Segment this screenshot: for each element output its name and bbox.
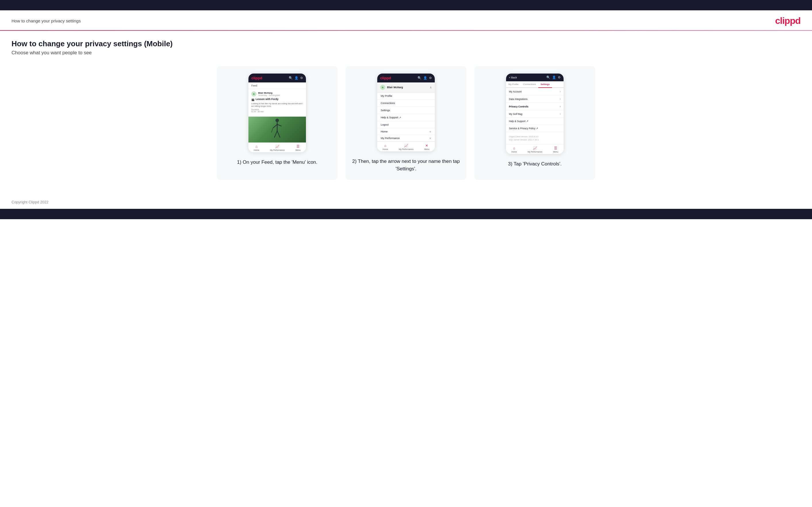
home-icon-3: ⌂ bbox=[513, 146, 515, 150]
steps-row: clippd 🔍 👤 ⚙ Feed B Blair McHarg bbox=[11, 66, 801, 180]
page-subheading: Choose what you want people to see bbox=[11, 50, 801, 56]
my-golf-bag-label: My Golf Bag bbox=[509, 113, 522, 115]
menu-section-performance[interactable]: My Performance ∨ bbox=[377, 135, 435, 142]
clippd-logo: clippd bbox=[775, 15, 801, 26]
privacy-controls-label: Privacy Controls bbox=[509, 105, 528, 108]
settings-item-my-account[interactable]: My Account › bbox=[506, 88, 564, 95]
data-integrations-chevron: › bbox=[560, 97, 561, 101]
settings-icon-2: ⚙ bbox=[429, 76, 432, 80]
tab-settings[interactable]: Settings bbox=[538, 81, 552, 88]
section-home-arrow: ∨ bbox=[429, 130, 431, 133]
home-icon-2: ⌂ bbox=[384, 144, 386, 148]
settings-item-help-support[interactable]: Help & Support ↗ bbox=[506, 118, 564, 125]
search-icon-2: 🔍 bbox=[417, 76, 421, 80]
lesson-title: Lesson with Fordy bbox=[256, 98, 278, 101]
bottom-bar bbox=[0, 209, 812, 219]
phone-back-nav: < Back 🔍 👤 ⚙ bbox=[506, 73, 564, 81]
close-icon-2: ✕ bbox=[425, 144, 428, 148]
post-avatar: B bbox=[251, 91, 256, 97]
phone-nav-1: clippd 🔍 👤 ⚙ bbox=[248, 73, 306, 82]
menu-item-my-profile[interactable]: My Profile bbox=[377, 93, 435, 100]
settings-icon: ⚙ bbox=[300, 76, 303, 80]
section-performance-arrow: ∨ bbox=[429, 137, 431, 139]
duration: Duration01 hr : 30 min bbox=[251, 109, 303, 113]
step-2-card: clippd 🔍 👤 ⚙ B Blair McHarg bbox=[346, 66, 466, 180]
menu-item-logout[interactable]: Logout bbox=[377, 121, 435, 128]
header: How to change your privacy settings clip… bbox=[0, 10, 812, 30]
section-home-label: Home bbox=[381, 130, 388, 133]
nav-performance-2: 📈 My Performance bbox=[399, 144, 413, 150]
home-label-2: Home bbox=[383, 148, 388, 150]
menu-user-row: B Blair McHarg ∧ bbox=[377, 82, 435, 93]
performance-label-1: My Performance bbox=[270, 149, 285, 151]
user-icon-2: 👤 bbox=[423, 76, 427, 80]
step-1-phone: clippd 🔍 👤 ⚙ Feed B Blair McHarg bbox=[248, 73, 306, 152]
nav-performance-3: 📈 My Performance bbox=[527, 146, 542, 153]
performance-icon-1: 📈 bbox=[275, 145, 280, 149]
phone-post: B Blair McHarg Yesterday · Sunningdale 🎬… bbox=[248, 89, 306, 117]
service-privacy-label: Service & Privacy Policy ↗ bbox=[509, 127, 538, 130]
golfer-silhouette bbox=[270, 118, 285, 141]
performance-label-3: My Performance bbox=[527, 151, 542, 153]
phone-nav-icons-2: 🔍 👤 ⚙ bbox=[417, 76, 432, 80]
performance-icon-3: 📈 bbox=[533, 146, 537, 150]
section-performance-label: My Performance bbox=[381, 137, 400, 139]
svg-line-3 bbox=[277, 124, 282, 126]
my-golf-bag-chevron: › bbox=[560, 112, 561, 115]
step-1-card: clippd 🔍 👤 ⚙ Feed B Blair McHarg bbox=[217, 66, 338, 180]
menu-label-2: Menu bbox=[424, 148, 429, 150]
privacy-controls-chevron: › bbox=[560, 105, 561, 108]
feed-label: Feed bbox=[248, 82, 306, 89]
post-user-row: B Blair McHarg Yesterday · Sunningdale bbox=[251, 91, 303, 97]
nav-menu-1: ☰ Menu bbox=[296, 145, 301, 151]
menu-section-home[interactable]: Home ∨ bbox=[377, 128, 435, 135]
menu-item-connections[interactable]: Connections bbox=[377, 100, 435, 107]
header-divider bbox=[0, 30, 812, 31]
top-bar bbox=[0, 0, 812, 10]
home-icon-1: ⌂ bbox=[255, 145, 257, 149]
phone-nav-2: clippd 🔍 👤 ⚙ bbox=[377, 73, 435, 82]
settings-item-service-privacy[interactable]: Service & Privacy Policy ↗ bbox=[506, 125, 564, 132]
menu-icon-3: ☰ bbox=[554, 146, 557, 150]
settings-item-data-integrations[interactable]: Data Integrations › bbox=[506, 95, 564, 103]
tab-connections[interactable]: Connections bbox=[521, 81, 538, 87]
svg-line-4 bbox=[274, 131, 277, 137]
user-icon-3: 👤 bbox=[552, 75, 556, 79]
settings-item-privacy-controls[interactable]: Privacy Controls › bbox=[506, 103, 564, 110]
search-icon-3: 🔍 bbox=[546, 75, 550, 79]
main-content: How to change your privacy settings (Mob… bbox=[0, 39, 812, 191]
nav-menu-3: ☰ Menu bbox=[553, 146, 558, 153]
nav-home-2: ⌂ Home bbox=[383, 144, 388, 150]
phone-nav-icons-3: 🔍 👤 ⚙ bbox=[546, 75, 561, 79]
my-account-label: My Account bbox=[509, 90, 521, 93]
copyright-text: Copyright Clippd 2022 bbox=[11, 200, 49, 204]
phone-bottom-nav-2: ⌂ Home 📈 My Performance ✕ Menu bbox=[377, 142, 435, 151]
phone-bottom-nav-3: ⌂ Home 📈 My Performance ☰ Menu bbox=[506, 144, 564, 154]
settings-item-my-golf-bag[interactable]: My Golf Bag › bbox=[506, 110, 564, 118]
step-2-description: 2) Then, tap the arrow next to your name… bbox=[352, 158, 460, 172]
settings-tabs: My Profile Connections Settings bbox=[506, 81, 564, 88]
menu-item-settings[interactable]: Settings bbox=[377, 107, 435, 114]
phone-logo-1: clippd bbox=[251, 76, 262, 80]
post-date: Yesterday · Sunningdale bbox=[258, 94, 280, 96]
performance-icon-2: 📈 bbox=[404, 144, 408, 148]
help-support-label: Help & Support ↗ bbox=[509, 120, 528, 123]
expand-arrow[interactable]: ∧ bbox=[429, 86, 432, 89]
menu-item-help[interactable]: Help & Support ↗ bbox=[377, 114, 435, 121]
my-account-chevron: › bbox=[560, 90, 561, 93]
phone-nav-icons-1: 🔍 👤 ⚙ bbox=[289, 76, 303, 80]
menu-overlay: B Blair McHarg ∧ My Profile Connections … bbox=[377, 82, 435, 142]
tab-my-profile[interactable]: My Profile bbox=[506, 81, 521, 87]
step-3-card: < Back 🔍 👤 ⚙ My Profile Connections Sett… bbox=[474, 66, 595, 180]
server-version: GQL Server Version: 2022.7.30-1 bbox=[509, 138, 561, 141]
menu-icon-1: ☰ bbox=[297, 145, 300, 149]
page-heading: How to change your privacy settings (Mob… bbox=[11, 39, 801, 48]
post-user-info: Blair McHarg Yesterday · Sunningdale bbox=[258, 92, 280, 96]
svg-line-5 bbox=[277, 131, 280, 137]
menu-label-1: Menu bbox=[296, 149, 301, 151]
golf-image bbox=[248, 117, 306, 143]
step-3-description: 3) Tap 'Privacy Controls'. bbox=[508, 160, 562, 168]
client-version: Clippd Client Version: 2022.8.3-3 bbox=[509, 135, 561, 138]
svg-line-2 bbox=[273, 124, 277, 128]
back-button[interactable]: < Back bbox=[509, 76, 517, 79]
